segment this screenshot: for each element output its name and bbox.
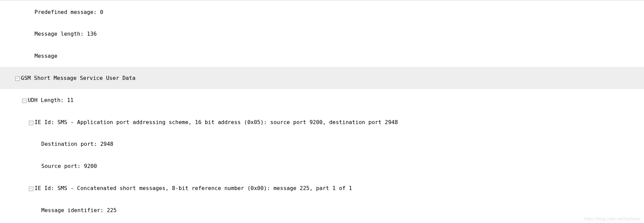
- tree-item[interactable]: Message identifier: 225: [0, 199, 644, 221]
- tree-item[interactable]: Message parts: 1: [0, 221, 644, 223]
- field-ie-app-port-header: IE Id: SMS - Application port addressing…: [35, 119, 398, 125]
- collapse-icon[interactable]: −: [29, 121, 33, 125]
- collapse-icon[interactable]: −: [22, 99, 27, 103]
- collapse-icon[interactable]: −: [15, 76, 20, 81]
- field-udh-length: UDH Length: 11: [28, 97, 74, 103]
- section-gsm-sms-user-data-label: GSM Short Message Service User Data: [21, 75, 136, 81]
- tree-item[interactable]: Message length: 136: [0, 23, 644, 45]
- collapse-icon[interactable]: −: [29, 187, 33, 191]
- tree-item[interactable]: Message: [0, 45, 644, 67]
- tree-item-ie-app-port[interactable]: −IE Id: SMS - Application port addressin…: [0, 111, 644, 133]
- section-gsm-sms-user-data[interactable]: −GSM Short Message Service User Data: [0, 67, 644, 89]
- tree-item-udh-length[interactable]: −UDH Length: 11: [0, 89, 644, 111]
- tree-item[interactable]: Destination port: 2948: [0, 133, 644, 155]
- field-predefined-message: Predefined message: 0: [35, 9, 103, 15]
- tree-item[interactable]: Source port: 9200: [0, 155, 644, 177]
- field-msg-identifier: Message identifier: 225: [41, 207, 117, 213]
- field-message-length: Message length: 136: [35, 31, 97, 37]
- field-dest-port: Destination port: 2948: [41, 141, 114, 147]
- tree-item[interactable]: Predefined message: 0: [0, 1, 644, 23]
- tree-item-ie-concat[interactable]: −IE Id: SMS - Concatenated short message…: [0, 177, 644, 199]
- field-ie-concat-header: IE Id: SMS - Concatenated short messages…: [35, 185, 352, 191]
- field-source-port: Source port: 9200: [41, 163, 97, 169]
- packet-details-pane[interactable]: Predefined message: 0 Message length: 13…: [0, 0, 644, 223]
- field-message: Message: [35, 53, 57, 59]
